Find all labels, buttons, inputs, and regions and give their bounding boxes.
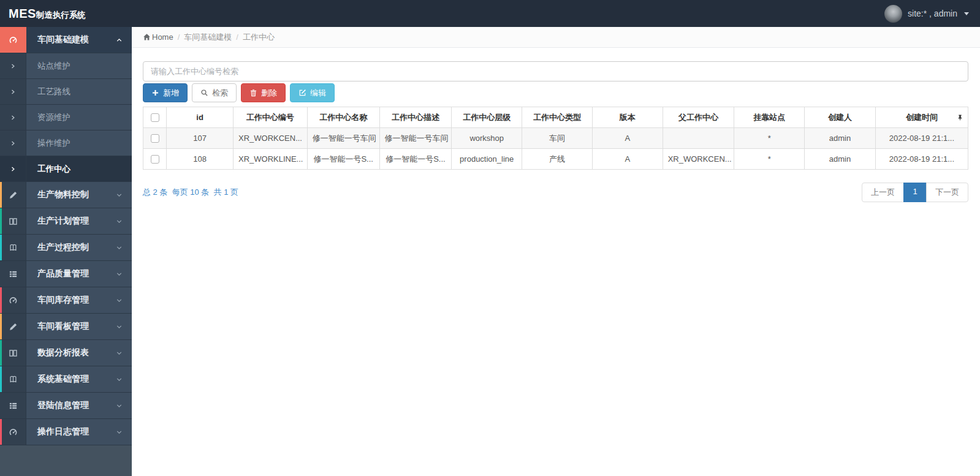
sidebar-item[interactable]: 生产计划管理 xyxy=(0,208,132,235)
sidebar-item-label: 生产过程控制 xyxy=(37,242,89,253)
column-header: 创建人 xyxy=(805,107,876,128)
chevron-down-icon xyxy=(115,191,123,199)
gauge-icon xyxy=(9,428,18,437)
sidebar-item[interactable]: 操作日志管理 xyxy=(0,419,132,445)
select-all-checkbox[interactable] xyxy=(151,113,159,122)
chevron-down-icon xyxy=(115,323,123,331)
sidebar-item[interactable]: 系统基础管理 xyxy=(0,366,132,393)
column-header-label: 工作中心描述 xyxy=(392,113,439,122)
sidebar-subitem[interactable]: 站点维护 xyxy=(0,53,132,79)
add-button[interactable]: 新增 xyxy=(143,83,188,102)
accent-strip xyxy=(0,235,2,260)
toolbar: 新增 检索 删除 编辑 xyxy=(143,83,968,102)
search-input[interactable] xyxy=(143,61,968,81)
user-menu[interactable]: site:* , admin xyxy=(884,5,969,23)
column-header-label: 父工作中心 xyxy=(678,113,718,122)
top-navbar: MES 制造执行系统 site:* , admin xyxy=(0,0,980,27)
sidebar-subitem[interactable]: 操作维护 xyxy=(0,130,132,156)
row-checkbox[interactable] xyxy=(151,155,159,164)
brand-rest: 制造执行系统 xyxy=(36,10,86,21)
sidebar-subitem-label: 操作维护 xyxy=(37,138,70,149)
pencil-icon xyxy=(9,322,18,331)
home-icon xyxy=(143,33,151,41)
pager: 上一页 1 下一页 xyxy=(862,183,968,202)
accent-strip xyxy=(0,27,2,53)
sidebar-item[interactable]: 产品质量管理 xyxy=(0,261,132,287)
column-header-label: 创建时间 xyxy=(906,113,938,122)
table-cell: * xyxy=(734,149,805,170)
search-icon xyxy=(200,89,208,97)
table-cell: 修一智能一号S... xyxy=(379,149,452,170)
sidebar-item[interactable]: 生产物料控制 xyxy=(0,182,132,208)
table-cell: 修一智能一号车间 xyxy=(379,128,452,149)
sidebar-subitem[interactable]: 工艺路线 xyxy=(0,79,132,105)
search-button[interactable]: 检索 xyxy=(192,83,237,102)
sidebar-item[interactable]: 车间库存管理 xyxy=(0,287,132,314)
next-page-button[interactable]: 下一页 xyxy=(926,183,968,202)
accent-strip xyxy=(0,314,2,339)
table-row[interactable]: 108XR_WORKLINE...修一智能一号S...修一智能一号S...pro… xyxy=(143,149,968,170)
delete-button[interactable]: 删除 xyxy=(241,83,286,102)
pin-column-icon[interactable] xyxy=(957,114,963,121)
columns-icon xyxy=(9,349,18,358)
sidebar-filler xyxy=(0,445,132,476)
sidebar-icon-col xyxy=(0,340,26,366)
chevron-right-icon xyxy=(0,53,26,78)
sidebar-item-label: 产品质量管理 xyxy=(37,268,89,279)
content-area: 新增 检索 删除 编辑 id工作中心编号工作中心名称工作中心描述工作中心层级工作… xyxy=(132,48,980,202)
table-cell: admin xyxy=(805,149,876,170)
table-cell: XR_WORKCEN... xyxy=(663,149,734,170)
breadcrumb: Home / 车间基础建模 / 工作中心 xyxy=(132,27,980,48)
search-button-label: 检索 xyxy=(212,88,228,99)
chevron-down-icon xyxy=(115,217,123,225)
column-header-label: 工作中心类型 xyxy=(533,113,581,122)
main-panel: Home / 车间基础建模 / 工作中心 新增 检索 删除 xyxy=(132,27,980,476)
accent-strip xyxy=(0,261,2,287)
row-checkbox-cell xyxy=(143,149,167,170)
table-row[interactable]: 107XR_WORKCEN...修一智能一号车间修一智能一号车间workshop… xyxy=(143,128,968,149)
breadcrumb-home[interactable]: Home xyxy=(143,32,173,42)
sidebar-subitem[interactable]: 资源维护 xyxy=(0,105,132,130)
chevron-down-icon xyxy=(115,376,123,383)
sidebar-item[interactable]: 数据分析报表 xyxy=(0,340,132,366)
sidebar: 车间基础建模站点维护工艺路线资源维护操作维护工作中心生产物料控制生产计划管理生产… xyxy=(0,27,132,476)
sidebar-icon-col xyxy=(0,287,26,313)
prev-page-button[interactable]: 上一页 xyxy=(862,183,904,202)
workcenter-table: id工作中心编号工作中心名称工作中心描述工作中心层级工作中心类型版本父工作中心挂… xyxy=(143,107,968,170)
chevron-down-icon xyxy=(115,297,123,304)
sidebar-item[interactable]: 生产过程控制 xyxy=(0,235,132,261)
table-cell: XR_WORKCEN... xyxy=(233,128,307,149)
brand-bold: MES xyxy=(9,7,36,21)
sidebar-icon-col xyxy=(0,393,26,418)
chevron-right-icon xyxy=(0,156,26,181)
list-icon xyxy=(9,270,18,279)
breadcrumb-item-module[interactable]: 车间基础建模 xyxy=(184,32,232,43)
column-header-label: 工作中心名称 xyxy=(319,113,367,122)
chevron-down-icon xyxy=(115,270,123,278)
avatar[interactable] xyxy=(884,5,902,23)
sidebar-item[interactable]: 登陆信息管理 xyxy=(0,393,132,419)
edit-button[interactable]: 编辑 xyxy=(290,83,335,102)
sidebar-item[interactable]: 车间基础建模 xyxy=(0,27,132,53)
sidebar-subitem[interactable]: 工作中心 xyxy=(0,156,132,182)
table-cell: workshop xyxy=(452,128,522,149)
plus-icon xyxy=(151,89,159,97)
sidebar-icon-col xyxy=(0,235,26,260)
column-header-label: 版本 xyxy=(620,113,636,122)
sidebar-item[interactable]: 车间看板管理 xyxy=(0,314,132,340)
table-cell: 产线 xyxy=(522,149,593,170)
breadcrumb-item-current: 工作中心 xyxy=(243,32,275,43)
row-checkbox[interactable] xyxy=(151,134,159,143)
page-1-button[interactable]: 1 xyxy=(903,183,927,202)
column-header: id xyxy=(167,107,234,128)
pagination-row: 总 2 条 每页 10 条 共 1 页 上一页 1 下一页 xyxy=(143,183,968,202)
column-header: 工作中心编号 xyxy=(233,107,307,128)
sidebar-menu: 车间基础建模站点维护工艺路线资源维护操作维护工作中心生产物料控制生产计划管理生产… xyxy=(0,27,132,445)
sidebar-icon-col xyxy=(0,419,26,445)
table-cell: 2022-08-19 21:1... xyxy=(875,128,968,149)
column-header-label: id xyxy=(196,113,203,122)
sidebar-icon-col xyxy=(0,366,26,392)
accent-strip xyxy=(0,419,2,445)
chevron-up-icon xyxy=(115,36,123,44)
edit-button-label: 编辑 xyxy=(310,88,326,99)
